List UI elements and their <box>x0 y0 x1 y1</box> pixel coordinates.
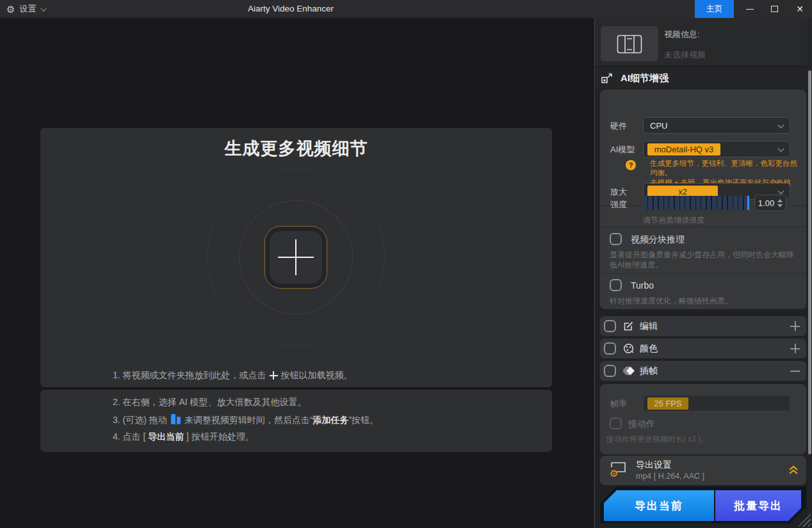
collapse-minus-icon[interactable] <box>790 366 800 376</box>
section-title: AI细节增强 <box>621 72 669 84</box>
panel-scrollbar <box>808 18 811 528</box>
color-label: 颜色 <box>640 343 658 355</box>
export-buttons-container: 导出当前 批量导出 <box>600 486 806 524</box>
instructions-card: 2. 在右侧，选择 AI 模型、放大倍数及其他设置。 3. (可选) 拖动来调整… <box>40 390 552 452</box>
frames-layers-icon <box>623 365 635 376</box>
video-info-bar: 视频信息: 未选择视频 <box>595 18 812 67</box>
collapse-chevrons-icon[interactable] <box>788 465 799 475</box>
strength-stepper[interactable] <box>777 199 783 207</box>
scrollbar-thumb[interactable] <box>808 70 811 454</box>
stepper-up-icon[interactable] <box>777 199 783 202</box>
svg-text:⚙: ⚙ <box>610 468 618 479</box>
turbo-label: Turbo <box>631 280 654 291</box>
main-area: 生成更多视频细节 1. 将视频或文件夹拖放到此处，或点击按钮以加载视频。 2. … <box>0 18 594 528</box>
app-title: Aiarty Video Enhancer <box>248 0 334 18</box>
ai-enhance-header: AI细节增强 <box>595 67 812 90</box>
expand-plus-icon[interactable] <box>790 344 800 353</box>
instruction-step-4: 4. 点击 [ 导出当前 ] 按钮开始处理。 <box>113 431 254 443</box>
instruction-step-3: 3. (可选) 拖动来调整视频剪辑时间，然后点击“添加任务”按钮。 <box>113 414 378 426</box>
gear-icon: ⚙ <box>6 4 15 14</box>
color-section-row[interactable]: 颜色 <box>600 339 806 358</box>
close-icon: ✕ <box>796 4 804 13</box>
color-checkbox[interactable] <box>604 342 616 355</box>
interpolation-card: 帧率 25 FPS 慢动作 慢动作将更改视频时长( x2 )。 <box>600 384 806 454</box>
export-settings-icon: ⚙ <box>608 461 628 480</box>
fps-value-pill: 25 FPS <box>647 397 688 410</box>
maximize-icon <box>771 6 778 12</box>
color-palette-icon <box>623 343 634 354</box>
strength-label: 强度 <box>610 199 627 211</box>
home-button[interactable]: 主页 <box>695 0 734 18</box>
help-icon[interactable]: ? <box>626 160 636 170</box>
add-video-button[interactable] <box>265 227 327 288</box>
video-info-label: 视频信息: <box>664 29 700 40</box>
chevron-down-icon <box>778 122 784 129</box>
titlebar: ⚙ 设置 Aiarty Video Enhancer 主页 ✕ <box>0 0 812 18</box>
turbo-checkbox[interactable] <box>610 279 622 291</box>
ai-model-select[interactable]: moDetail-HQ v3 <box>643 141 790 157</box>
slowmo-checkbox[interactable] <box>610 417 622 429</box>
stepper-down-icon[interactable] <box>777 204 783 207</box>
settings-panel: 视频信息: 未选择视频 AI细节增强 硬件 CPU AI模型 moDetail-… <box>594 18 812 528</box>
tile-inference-label: 视频分块推理 <box>631 234 685 246</box>
chevron-down-icon <box>778 146 784 152</box>
upscale-label: 放大 <box>610 186 627 198</box>
hardware-select[interactable]: CPU <box>643 117 790 134</box>
strength-value-box[interactable]: 1.00 <box>754 195 786 211</box>
plus-icon <box>270 371 278 380</box>
export-current-button[interactable]: 导出当前 <box>604 490 714 521</box>
close-button[interactable]: ✕ <box>789 0 811 18</box>
slowmo-label: 慢动作 <box>628 419 655 430</box>
edit-label: 编辑 <box>640 321 658 332</box>
maximize-button[interactable] <box>763 0 785 18</box>
strength-slider[interactable] <box>643 196 749 210</box>
page-title: 生成更多视频细节 <box>40 137 552 160</box>
fps-label: 帧率 <box>610 398 627 410</box>
settings-label: 设置 <box>19 3 36 15</box>
instruction-step-1: 1. 将视频或文件夹拖放到此处，或点击按钮以加载视频。 <box>113 370 353 381</box>
export-settings-title: 导出设置 <box>636 460 672 471</box>
expand-plus-icon[interactable] <box>790 321 800 331</box>
export-format: mp4 [ H.264, AAC ] <box>636 472 704 481</box>
minimize-button[interactable] <box>739 0 761 18</box>
interpolation-label: 插帧 <box>640 365 658 377</box>
edit-checkbox[interactable] <box>604 320 616 332</box>
upscale-icon <box>601 73 613 84</box>
instruction-step-2: 2. 在右侧，选择 AI 模型、放大倍数及其他设置。 <box>113 397 307 408</box>
export-settings-row[interactable]: ⚙ 导出设置 mp4 [ H.264, AAC ] <box>600 456 806 485</box>
slider-handle[interactable] <box>747 196 749 210</box>
chevron-down-icon <box>40 5 47 12</box>
minimize-icon <box>746 9 754 10</box>
video-info-empty: 未选择视频 <box>664 49 706 61</box>
strength-description: 调节画质增强强度 <box>643 215 704 225</box>
edit-icon <box>623 321 634 332</box>
strength-value: 1.00 <box>755 198 777 208</box>
edit-section-row[interactable]: 编辑 <box>600 316 806 336</box>
ai-model-value-pill: moDetail-HQ v3 <box>647 143 720 156</box>
export-batch-button[interactable]: 批量导出 <box>715 490 801 521</box>
ai-settings-card: 硬件 CPU AI模型 moDetail-HQ v3 ? 生成更多细节，更锐利、… <box>600 90 806 309</box>
tile-inference-description: 显著提升图像质量并减少显存占用，但同时也会大幅降低AI推理速度。 <box>610 250 799 270</box>
tile-inference-checkbox[interactable] <box>610 233 622 245</box>
video-thumbnail-placeholder <box>601 26 658 61</box>
trim-handles-icon <box>171 414 181 424</box>
interpolation-checkbox[interactable] <box>604 365 616 377</box>
fps-select[interactable]: 25 FPS <box>643 395 790 412</box>
ai-model-label: AI模型 <box>610 144 635 156</box>
app-window: ⚙ 设置 Aiarty Video Enhancer 主页 ✕ 生成更多视频细节… <box>0 0 812 528</box>
slowmo-description: 慢动作将更改视频时长( x2 )。 <box>606 434 799 444</box>
drop-zone[interactable]: 生成更多视频细节 1. 将视频或文件夹拖放到此处，或点击按钮以加载视频。 <box>40 128 552 387</box>
turbo-description: 针对推理速度优化，略微牺牲画质。 <box>610 296 799 306</box>
chevron-down-icon <box>778 188 784 195</box>
film-icon <box>617 35 642 54</box>
interpolation-section-row[interactable]: 插帧 <box>600 361 806 381</box>
hardware-label: 硬件 <box>610 120 627 132</box>
settings-menu[interactable]: ⚙ 设置 <box>6 0 45 18</box>
